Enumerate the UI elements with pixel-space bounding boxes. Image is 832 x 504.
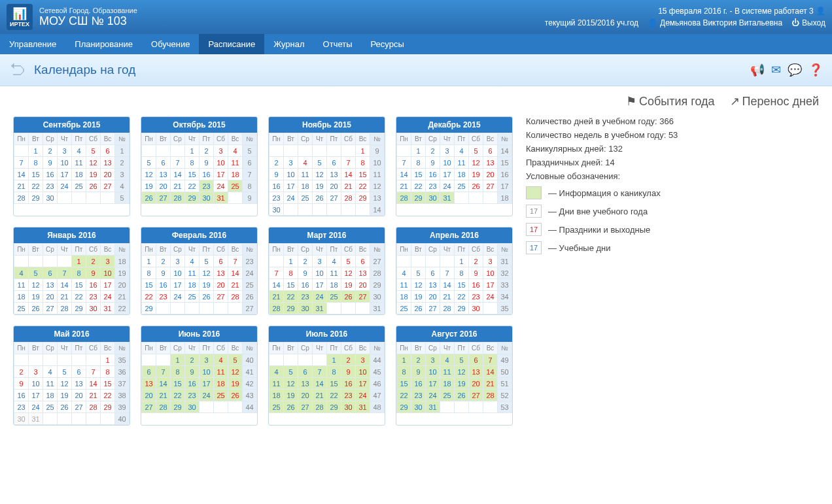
calendar-day[interactable]: 27: [156, 192, 171, 204]
calendar-day[interactable]: 26: [341, 291, 356, 303]
calendar-day[interactable]: 15: [411, 169, 426, 180]
nav-item-2[interactable]: Обучение: [142, 34, 199, 54]
calendar-day[interactable]: 2: [43, 145, 58, 157]
calendar-day[interactable]: 29: [455, 303, 469, 314]
calendar-day[interactable]: 29: [411, 192, 426, 204]
calendar-day[interactable]: 13: [156, 169, 171, 180]
calendar-day[interactable]: 1: [171, 354, 185, 366]
calendar-day[interactable]: 11: [327, 267, 341, 279]
calendar-day[interactable]: 29: [29, 192, 43, 204]
nav-item-5[interactable]: Отчеты: [314, 34, 362, 54]
help-icon[interactable]: ❓: [808, 63, 823, 77]
calendar-day[interactable]: 25: [269, 401, 284, 413]
calendar-day[interactable]: 21: [58, 291, 72, 303]
calendar-day[interactable]: 19: [29, 291, 43, 303]
calendar-day[interactable]: 19: [455, 378, 469, 390]
calendar-day[interactable]: 28: [483, 390, 498, 401]
calendar-day[interactable]: 24: [284, 192, 298, 204]
calendar-day[interactable]: 25: [72, 180, 86, 192]
calendar-day[interactable]: 1: [356, 145, 370, 157]
logout-button[interactable]: ⏻Выход: [791, 18, 825, 27]
calendar-day[interactable]: 31: [313, 303, 327, 314]
calendar-day[interactable]: 18: [185, 279, 199, 291]
calendar-day[interactable]: 14: [269, 279, 284, 291]
calendar-day[interactable]: 22: [72, 291, 86, 303]
calendar-day[interactable]: 16: [185, 378, 199, 390]
calendar-day[interactable]: 20: [426, 291, 440, 303]
calendar-day[interactable]: 8: [29, 157, 43, 169]
calendar-day[interactable]: 8: [411, 157, 426, 169]
calendar-day[interactable]: 15: [72, 279, 86, 291]
calendar-day[interactable]: 2: [269, 157, 284, 169]
calendar-day[interactable]: 26: [58, 401, 72, 413]
calendar-day[interactable]: 20: [156, 180, 171, 192]
calendar-day[interactable]: 14: [58, 279, 72, 291]
calendar-day[interactable]: 9: [14, 378, 29, 390]
calendar-day[interactable]: 11: [214, 366, 228, 378]
calendar-day[interactable]: 24: [101, 291, 115, 303]
calendar-day[interactable]: 28: [14, 192, 29, 204]
calendar-day[interactable]: 22: [455, 291, 469, 303]
calendar-day[interactable]: 12: [313, 169, 327, 180]
calendar-day[interactable]: 10: [440, 157, 455, 169]
calendar-day[interactable]: 7: [156, 366, 171, 378]
calendar-day[interactable]: 23: [269, 192, 284, 204]
chat-icon[interactable]: 💬: [788, 63, 802, 77]
calendar-day[interactable]: 8: [101, 366, 115, 378]
calendar-day[interactable]: 5: [284, 366, 298, 378]
calendar-day[interactable]: 24: [214, 180, 228, 192]
calendar-day[interactable]: 10: [58, 157, 72, 169]
calendar-day[interactable]: 22: [397, 390, 411, 401]
calendar-day[interactable]: 27: [469, 390, 483, 401]
calendar-day[interactable]: 21: [397, 180, 411, 192]
calendar-day[interactable]: 5: [142, 157, 156, 169]
calendar-day[interactable]: 4: [214, 354, 228, 366]
calendar-day[interactable]: 16: [14, 390, 29, 401]
calendar-day[interactable]: 17: [214, 169, 228, 180]
calendar-day[interactable]: 1: [72, 256, 86, 267]
calendar-day[interactable]: 7: [341, 157, 356, 169]
calendar-day[interactable]: 12: [341, 267, 356, 279]
calendar-day[interactable]: 30: [426, 192, 440, 204]
calendar-day[interactable]: 2: [298, 256, 313, 267]
calendar-day[interactable]: 9: [469, 267, 483, 279]
calendar-day[interactable]: 23: [411, 390, 426, 401]
calendar-day[interactable]: 17: [356, 378, 370, 390]
calendar-day[interactable]: 11: [43, 378, 58, 390]
calendar-day[interactable]: 21: [269, 291, 284, 303]
calendar-day[interactable]: 23: [298, 291, 313, 303]
calendar-day[interactable]: 3: [440, 145, 455, 157]
calendar-day[interactable]: 23: [185, 390, 199, 401]
calendar-day[interactable]: 12: [142, 169, 156, 180]
nav-item-6[interactable]: Ресурсы: [362, 34, 413, 54]
calendar-day[interactable]: 17: [426, 378, 440, 390]
calendar-day[interactable]: 29: [356, 192, 370, 204]
calendar-day[interactable]: 12: [455, 366, 469, 378]
calendar-day[interactable]: 5: [455, 354, 469, 366]
calendar-day[interactable]: 9: [86, 267, 101, 279]
calendar-day[interactable]: 18: [298, 180, 313, 192]
calendar-day[interactable]: 6: [356, 256, 370, 267]
calendar-day[interactable]: 18: [14, 291, 29, 303]
calendar-day[interactable]: 5: [313, 157, 327, 169]
calendar-day[interactable]: 18: [72, 169, 86, 180]
calendar-day[interactable]: 14: [86, 378, 101, 390]
announce-icon[interactable]: 📢: [750, 63, 765, 77]
calendar-day[interactable]: 1: [142, 256, 156, 267]
calendar-day[interactable]: 19: [58, 390, 72, 401]
calendar-day[interactable]: 4: [440, 354, 455, 366]
calendar-day[interactable]: 15: [171, 378, 185, 390]
calendar-day[interactable]: 15: [284, 279, 298, 291]
calendar-day[interactable]: 8: [397, 366, 411, 378]
calendar-day[interactable]: 7: [171, 157, 185, 169]
calendar-day[interactable]: 5: [469, 145, 483, 157]
calendar-day[interactable]: 2: [341, 354, 356, 366]
calendar-day[interactable]: 28: [86, 401, 101, 413]
calendar-day[interactable]: 17: [58, 169, 72, 180]
calendar-day[interactable]: 9: [156, 267, 171, 279]
calendar-day[interactable]: 19: [86, 169, 101, 180]
calendar-day[interactable]: 9: [341, 366, 356, 378]
calendar-day[interactable]: 16: [341, 378, 356, 390]
calendar-day[interactable]: 25: [14, 303, 29, 314]
calendar-day[interactable]: 2: [86, 256, 101, 267]
